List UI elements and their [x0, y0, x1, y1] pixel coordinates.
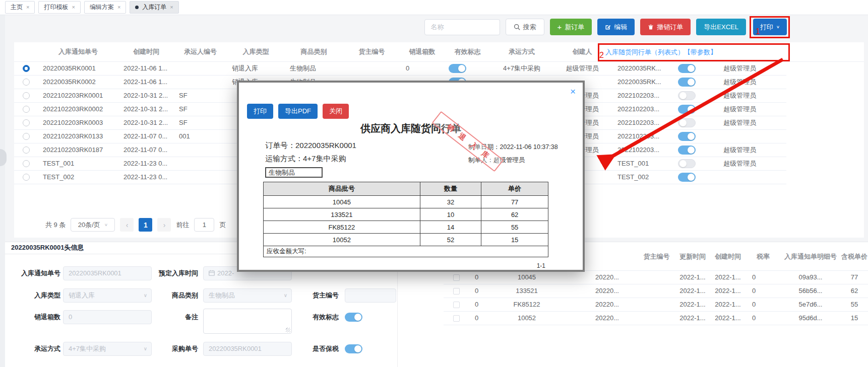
- cell: 2022-10-31 2...: [118, 89, 174, 102]
- notice-no-input[interactable]: 20220035RK0001: [63, 266, 152, 280]
- valid-flag-toggle[interactable]: [345, 313, 362, 322]
- column-header: 承运方式: [491, 42, 552, 61]
- close-icon[interactable]: ×: [170, 5, 173, 10]
- dialog-close-button[interactable]: 关闭: [323, 104, 349, 119]
- column-header: 更新时间: [675, 243, 710, 270]
- cancel-order-button[interactable]: 撤销订单: [640, 19, 691, 35]
- export-excel-button[interactable]: 导出EXCEL: [696, 19, 746, 35]
- checkbox-icon[interactable]: [453, 274, 460, 281]
- row-checkbox-cell[interactable]: [444, 311, 469, 325]
- row-select-cell[interactable]: [14, 89, 38, 102]
- cell: [343, 61, 401, 75]
- search-button[interactable]: 搜索: [506, 19, 544, 35]
- row-select-cell[interactable]: [14, 116, 38, 129]
- annotation-step-1: 1: [756, 27, 760, 36]
- page-1-button[interactable]: 1: [139, 218, 152, 232]
- column-header: 有效标志: [444, 42, 491, 61]
- row-select-cell[interactable]: [14, 102, 38, 116]
- row-checkbox-cell[interactable]: [444, 298, 469, 311]
- next-page-button[interactable]: ›: [157, 218, 171, 232]
- tab-home[interactable]: 主页×: [5, 1, 35, 14]
- document-table: 商品批号 数量 单价 1004532771335211062FK85122145…: [263, 182, 548, 257]
- return-boxes-input[interactable]: 0: [63, 310, 152, 324]
- remark-textarea[interactable]: [203, 309, 292, 334]
- row-select-cell[interactable]: [14, 61, 38, 75]
- valid-toggle[interactable]: [449, 64, 466, 73]
- cell: 超级管理员: [718, 116, 786, 129]
- tab-edit-scheme[interactable]: 编辑方案×: [84, 1, 126, 14]
- row-checkbox-cell[interactable]: [444, 284, 469, 298]
- flag-cell: [673, 116, 718, 129]
- edit-button[interactable]: 编辑: [597, 19, 635, 35]
- flag-toggle[interactable]: [678, 132, 696, 141]
- planned-time-value: 2022-: [217, 269, 234, 277]
- flag-cell: [673, 157, 718, 170]
- flag-toggle[interactable]: [678, 91, 696, 100]
- radio-icon[interactable]: [23, 160, 30, 167]
- row-select-cell[interactable]: [14, 143, 38, 157]
- sidebar-handle[interactable]: [0, 149, 7, 166]
- page-size-select[interactable]: 20条/页∨: [71, 218, 115, 232]
- row-select-cell[interactable]: [14, 75, 38, 89]
- dialog-export-pdf-button[interactable]: 导出PDF: [278, 104, 318, 119]
- tab-print-template[interactable]: 打印模板×: [38, 1, 80, 14]
- new-order-button[interactable]: +新订单: [550, 19, 592, 35]
- carry-method-select[interactable]: 4+7集中采购∨: [63, 342, 152, 356]
- cell: [638, 311, 675, 325]
- owner-no-input[interactable]: [345, 288, 396, 303]
- bonded-toggle[interactable]: [345, 344, 362, 353]
- valid-flag-cell: [444, 61, 491, 75]
- dialog-close-icon[interactable]: ×: [570, 87, 576, 96]
- flag-toggle[interactable]: [678, 78, 696, 87]
- flag-toggle[interactable]: [678, 173, 696, 182]
- radio-icon[interactable]: [23, 133, 30, 140]
- cell: 超级管理员: [552, 61, 612, 75]
- column-header: 数量: [420, 182, 481, 196]
- table-row: FK851221455: [264, 221, 548, 234]
- row-select-cell[interactable]: [14, 129, 38, 143]
- row-select-cell[interactable]: [14, 157, 38, 170]
- prev-page-button[interactable]: ‹: [120, 218, 134, 232]
- dialog-print-button[interactable]: 打印: [247, 104, 273, 119]
- checkbox-icon[interactable]: [453, 288, 460, 295]
- po-no-label: 采购单号: [148, 342, 198, 356]
- table-row: 013352120220...2022-1...2022-1...056b56.…: [444, 284, 868, 298]
- checkbox-icon[interactable]: [453, 315, 460, 322]
- close-icon[interactable]: ×: [72, 5, 75, 10]
- checkbox-icon[interactable]: [453, 302, 460, 308]
- flag-toggle[interactable]: [678, 159, 696, 168]
- flag-toggle[interactable]: [678, 145, 696, 155]
- radio-icon[interactable]: [23, 92, 30, 99]
- radio-icon[interactable]: [23, 146, 30, 154]
- close-icon[interactable]: ×: [26, 5, 29, 10]
- tab-bar: 主页× 打印模板× 编辑方案× 入库订单×: [0, 0, 868, 15]
- cell: [638, 284, 675, 298]
- cell: SF: [174, 89, 227, 102]
- radio-icon[interactable]: [23, 65, 30, 72]
- radio-icon[interactable]: [23, 119, 30, 126]
- print-menu-item-list-style[interactable]: 入库随货同行单（列表式）【带参数】: [598, 43, 790, 61]
- flag-toggle[interactable]: [678, 118, 696, 127]
- close-icon[interactable]: ×: [117, 5, 120, 10]
- cell: 20220...: [582, 284, 638, 298]
- po-no-input[interactable]: 20220035RK0001: [203, 342, 292, 356]
- radio-icon[interactable]: [23, 79, 30, 86]
- tab-inbound-orders[interactable]: 入库订单×: [130, 1, 178, 14]
- cell: 0: [469, 311, 502, 325]
- cell: FK85122: [264, 221, 420, 234]
- cell: [718, 129, 786, 143]
- radio-icon[interactable]: [23, 174, 30, 181]
- goto-page-input[interactable]: [194, 218, 214, 232]
- cell: 销退入库: [227, 61, 285, 75]
- row-checkbox-cell[interactable]: [444, 270, 469, 284]
- row-select-cell[interactable]: [14, 170, 38, 184]
- goods-category-select[interactable]: 生物制品∨: [203, 288, 292, 303]
- flag-toggle[interactable]: [678, 105, 696, 114]
- radio-icon[interactable]: [23, 106, 30, 113]
- cell: 2022-11-06 1...: [118, 75, 174, 89]
- cell: [552, 270, 582, 284]
- flag-toggle[interactable]: [678, 64, 696, 73]
- search-input[interactable]: [424, 19, 500, 35]
- inbound-type-label: 入库类型: [4, 288, 60, 303]
- inbound-type-select[interactable]: 销退入库∨: [63, 288, 152, 303]
